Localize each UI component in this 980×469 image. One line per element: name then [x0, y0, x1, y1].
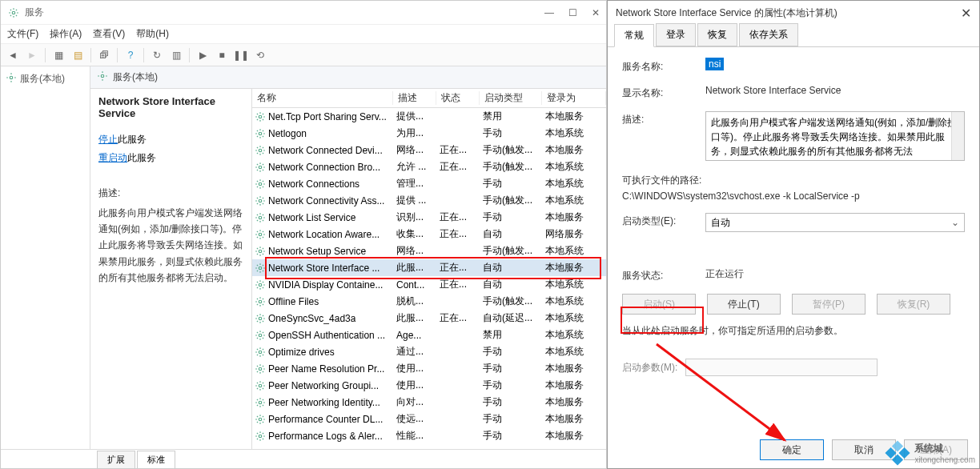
svc-startup: 自动	[480, 278, 542, 291]
svc-desc: 脱机...	[393, 295, 436, 308]
maximize-button[interactable]: ☐	[568, 7, 577, 18]
cancel-button[interactable]: 取消	[832, 439, 896, 460]
service-status-label: 服务状态:	[622, 267, 705, 283]
watermark-brand: 系统城	[914, 443, 943, 454]
gear-icon	[254, 263, 267, 274]
table-row[interactable]: Peer Networking Groupi...使用...手动本地服务	[252, 377, 606, 394]
gear-icon	[254, 195, 267, 206]
start-service-button[interactable]: ▶	[194, 46, 211, 64]
svc-logon: 本地系统	[542, 328, 606, 342]
tab-standard[interactable]: 标准	[137, 451, 175, 468]
startup-type-dropdown[interactable]: 自动 ⌄	[705, 213, 965, 232]
properties-button[interactable]: ▤	[69, 46, 86, 64]
desc-text: 此服务向用户模式客户端发送网络通知(例如，添加/删除接口等)。停止此服务将导致丢…	[98, 205, 243, 287]
table-row[interactable]: Network Connection Bro...允许 ...正在...手动(触…	[252, 158, 606, 175]
col-desc[interactable]: 描述	[393, 91, 436, 105]
table-row[interactable]: Network Setup Service网络...手动(触发...本地系统	[252, 243, 606, 259]
gear-icon	[254, 431, 267, 442]
menu-action[interactable]: 操作(A)	[50, 27, 82, 41]
show-hide-button[interactable]: ▦	[50, 46, 67, 64]
forward-button[interactable]: ►	[23, 46, 41, 64]
table-row[interactable]: Network Store Interface ...此服...正在...自动本…	[252, 259, 606, 276]
table-row[interactable]: Network Location Aware...收集...正在...自动网络服…	[252, 226, 606, 243]
svc-startup: 禁用	[480, 110, 542, 123]
gear-icon	[254, 178, 267, 190]
pause-service-button[interactable]: ❚❚	[232, 46, 250, 64]
table-row[interactable]: Optimize drives通过...手动本地系统	[252, 343, 606, 360]
help-button[interactable]: ?	[122, 46, 139, 64]
table-row[interactable]: Peer Networking Identity...向对...手动本地服务	[252, 394, 606, 411]
svc-name: Network Connectivity Ass...	[268, 195, 384, 206]
table-row[interactable]: OneSyncSvc_4ad3a此服...正在...自动(延迟...本地系统	[252, 310, 606, 327]
param-input[interactable]	[685, 359, 878, 376]
table-row[interactable]: Net.Tcp Port Sharing Serv...提供...禁用本地服务	[252, 108, 606, 125]
dialog-tabs: 常规 登录 恢复 依存关系	[608, 25, 979, 47]
stop-button[interactable]: 停止(T)	[707, 294, 781, 315]
restart-service-button[interactable]: ⟲	[251, 46, 269, 64]
properties-dialog: Network Store Interface Service 的属性(本地计算…	[607, 0, 980, 469]
table-row[interactable]: Network Connectivity Ass...提供 ...手动(触发..…	[252, 192, 606, 209]
col-logon[interactable]: 登录为	[542, 91, 606, 105]
menu-file[interactable]: 文件(F)	[7, 27, 38, 41]
svc-startup: 禁用	[480, 328, 542, 342]
svc-name: Network List Service	[268, 212, 355, 223]
col-name[interactable]: 名称	[252, 91, 393, 105]
menu-view[interactable]: 查看(V)	[93, 27, 125, 41]
start-button[interactable]: 启动(S)	[622, 294, 696, 315]
svc-startup: 手动(触发...	[480, 244, 542, 258]
table-row[interactable]: Netlogon为用...手动本地系统	[252, 125, 606, 142]
svg-point-16	[259, 334, 262, 337]
table-row[interactable]: Network List Service识别...正在...手动本地服务	[252, 209, 606, 226]
col-startup[interactable]: 启动类型	[480, 91, 542, 105]
export-button[interactable]: 🗊	[95, 46, 113, 64]
svc-logon: 本地服务	[542, 412, 606, 426]
pause-button[interactable]: 暂停(P)	[792, 294, 866, 315]
tab-dependencies[interactable]: 依存关系	[739, 23, 798, 46]
dlg-desc-box[interactable]: 此服务向用户模式客户端发送网络通知(例如，添加/删除接口等)。停止此服务将导致丢…	[705, 111, 965, 161]
table-row[interactable]: Network Connections管理...手动本地系统	[252, 175, 606, 192]
dialog-close-button[interactable]: ✕	[961, 6, 971, 21]
stop-service-button[interactable]: ■	[213, 46, 231, 64]
refresh-button[interactable]: ↻	[148, 46, 166, 64]
table-row[interactable]: NVIDIA Display Containe...Cont...正在...自动…	[252, 276, 606, 293]
tab-general[interactable]: 常规	[614, 24, 654, 47]
svc-logon: 本地服务	[542, 110, 606, 123]
svc-desc: 提供...	[393, 110, 436, 123]
back-button[interactable]: ◄	[4, 46, 22, 64]
gear-icon	[254, 279, 267, 291]
table-row[interactable]: Performance Logs & Aler...性能...手动本地服务	[252, 427, 606, 444]
exe-path-value: C:\WINDOWS\system32\svchost.exe -k Local…	[622, 190, 860, 202]
gear-icon	[254, 414, 267, 425]
resume-button[interactable]: 恢复(R)	[877, 294, 950, 315]
menu-help[interactable]: 帮助(H)	[136, 27, 169, 41]
gear-icon	[254, 128, 267, 139]
svc-startup: 手动	[480, 379, 542, 392]
table-row[interactable]: Peer Name Resolution Pr...使用...手动本地服务	[252, 360, 606, 377]
tab-logon[interactable]: 登录	[656, 23, 696, 46]
svc-status: 正在...	[436, 160, 480, 174]
tab-recovery[interactable]: 恢复	[697, 23, 737, 46]
list-header-bar: 服务(本地)	[90, 66, 606, 89]
scrollbar[interactable]	[951, 112, 964, 160]
table-row[interactable]: Offline Files脱机...手动(触发...本地系统	[252, 293, 606, 310]
table-row[interactable]: Performance Counter DL...使远...手动本地服务	[252, 411, 606, 427]
tab-extended[interactable]: 扩展	[97, 451, 135, 468]
close-button[interactable]: ✕	[592, 7, 600, 18]
table-row[interactable]: OpenSSH Authentication ...Age...禁用本地系统	[252, 327, 606, 343]
tree-root[interactable]: 服务(本地)	[4, 70, 86, 88]
list-button[interactable]: ▥	[167, 46, 185, 64]
svg-point-20	[259, 401, 262, 404]
stop-link[interactable]: 停止	[98, 134, 118, 145]
table-row[interactable]: Network Connected Devi...网络...正在...手动(触发…	[252, 142, 606, 158]
svc-name: Network Connection Bro...	[268, 162, 380, 173]
minimize-button[interactable]: —	[544, 7, 554, 18]
svg-point-11	[259, 250, 262, 253]
col-status[interactable]: 状态	[436, 91, 480, 105]
svc-desc: 性能...	[393, 429, 436, 443]
svc-desc: Age...	[393, 330, 436, 341]
svg-point-9	[259, 216, 262, 219]
restart-link[interactable]: 重启动	[98, 152, 127, 163]
svc-startup: 手动	[480, 345, 542, 359]
disp-name-label: 显示名称:	[622, 85, 705, 100]
ok-button[interactable]: 确定	[760, 439, 824, 460]
